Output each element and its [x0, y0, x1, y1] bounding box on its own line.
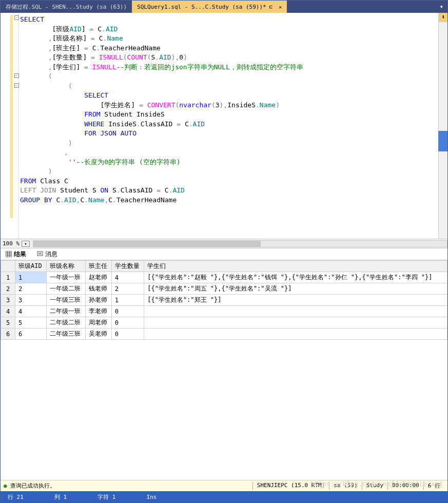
tab-label: 消息 — [45, 250, 57, 259]
row-number: 4 — [1, 306, 15, 317]
tab-label: 存储过程.SQL - SHEN...Study (sa (63)) — [6, 3, 127, 11]
cell[interactable]: 李老师 — [85, 306, 111, 317]
cell[interactable]: 0 — [111, 306, 144, 317]
cell[interactable]: 2 — [15, 283, 47, 295]
cell[interactable]: 一年级二班 — [47, 283, 86, 295]
cell[interactable]: 1 — [111, 295, 144, 306]
dropdown-icon[interactable]: ▾ — [436, 1, 447, 13]
cell[interactable]: [{"学生姓名":"周五 "},{"学生姓名":"吴流 "}] — [144, 283, 447, 295]
cell[interactable]: 一年级三班 — [47, 295, 86, 306]
cell[interactable]: 吴老师 — [85, 328, 111, 340]
tab-stored-proc[interactable]: 存储过程.SQL - SHEN...Study (sa (63)) — [1, 1, 132, 13]
table-row[interactable]: 66二年级三班吴老师0 — [1, 328, 447, 340]
footer-line: 行 21 — [8, 493, 24, 501]
tab-messages[interactable]: 消息 — [32, 249, 63, 260]
table-row[interactable]: 44二年级一班李老师0 — [1, 306, 447, 317]
cell[interactable]: 钱老师 — [85, 283, 111, 295]
zoom-level: 100 % — [1, 240, 22, 247]
row-corner — [1, 261, 15, 272]
row-number: 1 — [1, 272, 15, 283]
change-marker — [10, 15, 13, 218]
footer-char: 字符 1 — [98, 493, 115, 501]
cell[interactable]: 二年级一班 — [47, 306, 86, 317]
column-header[interactable]: 学生数量 — [111, 261, 144, 272]
fold-toggle-icon[interactable]: − — [14, 73, 19, 78]
tab-sqlquery1[interactable]: SQLQuery1.sql - S...C.Study (sa (59))* ⊏… — [132, 1, 287, 13]
cell[interactable]: 二年级三班 — [47, 328, 86, 340]
cell[interactable]: [{"学生姓名":"郑王 "}] — [144, 295, 447, 306]
row-number: 6 — [1, 328, 15, 340]
cell[interactable] — [144, 317, 447, 328]
column-header[interactable]: 学生们 — [144, 261, 447, 272]
success-icon: ● — [4, 482, 7, 489]
cell[interactable]: 3 — [15, 295, 47, 306]
results-grid[interactable]: 班级AID班级名称班主任学生数量学生们 11一年级一班赵老师4[{"学生姓名":… — [1, 260, 447, 480]
scroll-map[interactable]: ⬍ — [438, 13, 447, 239]
zoom-bar: 100 % ▾ — [1, 239, 447, 248]
cell[interactable]: 0 — [111, 317, 144, 328]
tab-results[interactable]: 结果 — [1, 249, 32, 260]
cell[interactable]: 一年级一班 — [47, 272, 86, 283]
horizontal-scrollbar[interactable] — [33, 240, 447, 247]
row-number: 2 — [1, 283, 15, 295]
cell[interactable]: 2 — [111, 283, 144, 295]
editor-tabs-bar: 存储过程.SQL - SHEN...Study (sa (63)) SQLQue… — [1, 1, 447, 13]
grid-icon — [6, 251, 12, 257]
table-row[interactable]: 22一年级二班钱老师2[{"学生姓名":"周五 "},{"学生姓名":"吴流 "… — [1, 283, 447, 295]
pin-icon[interactable]: ⊏ — [269, 4, 273, 10]
cell[interactable] — [144, 306, 447, 317]
svg-rect-5 — [37, 252, 43, 256]
results-tab-bar: 结果 消息 — [1, 248, 447, 260]
messages-icon — [37, 251, 43, 257]
cell[interactable]: 赵老师 — [85, 272, 111, 283]
footer-ins: Ins — [146, 494, 157, 500]
cell[interactable]: 5 — [15, 317, 47, 328]
scrollbar-thumb[interactable] — [33, 241, 261, 247]
row-number: 3 — [1, 295, 15, 306]
cell[interactable]: 周老师 — [85, 317, 111, 328]
svg-rect-0 — [6, 251, 12, 257]
table-row[interactable]: 33一年级三班孙老师1[{"学生姓名":"郑王 "}] — [1, 295, 447, 306]
table-row[interactable]: 55二年级二班周老师0 — [1, 317, 447, 328]
scroll-indicator — [438, 131, 447, 151]
cell[interactable]: 二年级二班 — [47, 317, 86, 328]
table-row[interactable]: 11一年级一班赵老师4[{"学生姓名":"赵毅 "},{"学生姓名":"钱饵 "… — [1, 272, 447, 283]
code-text[interactable]: SELECT [班级AID] = C.AID ,[班级名称] = C.Name … — [19, 13, 447, 239]
cell[interactable]: 1 — [15, 272, 47, 283]
row-number: 5 — [1, 317, 15, 328]
fold-toggle-icon[interactable]: − — [14, 83, 19, 88]
editor-footer-bar: 行 21 列 1 字符 1 Ins — [1, 491, 447, 502]
cell[interactable]: 4 — [111, 272, 144, 283]
cell[interactable]: 孙老师 — [85, 295, 111, 306]
cell[interactable] — [144, 328, 447, 340]
footer-col: 列 1 — [54, 493, 67, 501]
cell[interactable]: [{"学生姓名":"赵毅 "},{"学生姓名":"钱饵 "},{"学生姓名":"… — [144, 272, 447, 283]
fold-toggle-icon[interactable]: − — [14, 15, 19, 20]
code-editor[interactable]: − − − SELECT [班级AID] = C.AID ,[班级名称] = C… — [1, 13, 447, 239]
tab-label: 结果 — [14, 250, 26, 259]
close-icon[interactable]: ✕ — [279, 4, 282, 10]
cell[interactable]: 6 — [15, 328, 47, 340]
watermark: https://blog.csdn.net/shenjie_xsj — [310, 480, 443, 488]
fold-gutter: − − − — [1, 13, 19, 239]
column-header[interactable]: 班级AID — [15, 261, 47, 272]
zoom-dropdown[interactable]: ▾ — [22, 241, 29, 247]
column-header[interactable]: 班主任 — [85, 261, 111, 272]
cell[interactable]: 4 — [15, 306, 47, 317]
split-icon[interactable]: ⬍ — [439, 13, 447, 22]
status-message: 查询已成功执行。 — [10, 482, 55, 490]
cell[interactable]: 0 — [111, 328, 144, 340]
tab-label: SQLQuery1.sql - S...C.Study (sa (59))* — [137, 4, 266, 10]
column-header[interactable]: 班级名称 — [47, 261, 86, 272]
